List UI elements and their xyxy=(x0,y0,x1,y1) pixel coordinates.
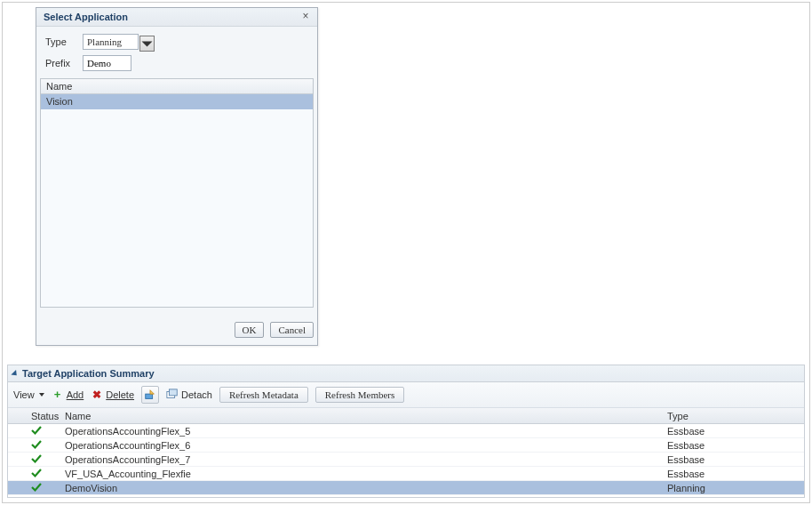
summary-title: Target Application Summary xyxy=(22,368,155,379)
status-cell xyxy=(8,482,61,494)
detach-button[interactable]: Detach xyxy=(166,389,212,401)
table-row[interactable]: OperationsAccountingFlex_5Essbase xyxy=(8,424,804,438)
checkmark-icon xyxy=(31,468,42,478)
name-cell: OperationsAccountingFlex_6 xyxy=(61,440,664,451)
status-cell xyxy=(8,439,61,452)
checkmark-icon xyxy=(31,453,42,464)
prefix-input[interactable] xyxy=(83,55,131,71)
refresh-metadata-button[interactable]: Refresh Metadata xyxy=(219,387,308,403)
checkmark-icon xyxy=(31,439,42,450)
summary-content: Status Name Type OperationsAccountingFle… xyxy=(8,408,804,497)
status-cell xyxy=(8,468,61,480)
list-header-name: Name xyxy=(41,79,313,94)
refresh-members-button[interactable]: Refresh Members xyxy=(315,387,405,403)
col-header-name[interactable]: Name xyxy=(61,411,664,421)
edit-icon xyxy=(144,389,156,401)
summary-toolbar: View + Add ✖ Delete Detach Refresh Metad… xyxy=(8,382,804,408)
ok-button[interactable]: OK xyxy=(235,322,265,338)
disclosure-icon[interactable] xyxy=(11,369,19,377)
table-row[interactable]: VF_USA_Accounting_FlexfieEssbase xyxy=(8,467,804,481)
delete-icon: ✖ xyxy=(91,389,103,401)
type-cell: Essbase xyxy=(664,440,804,451)
svg-rect-2 xyxy=(170,389,178,396)
dialog-title: Select Application xyxy=(44,12,128,22)
cancel-button[interactable]: Cancel xyxy=(270,322,314,338)
status-cell xyxy=(8,453,61,466)
edit-button[interactable] xyxy=(141,386,159,404)
delete-button[interactable]: ✖ Delete xyxy=(91,389,134,401)
dropdown-button[interactable] xyxy=(139,36,155,52)
dialog-body: Type Planning Prefix Name Vision xyxy=(36,27,317,322)
type-row: Type Planning xyxy=(45,36,308,48)
type-cell: Planning xyxy=(664,483,804,493)
type-cell: Essbase xyxy=(664,469,804,479)
svg-rect-0 xyxy=(146,394,153,398)
list-item[interactable]: Vision xyxy=(41,94,313,109)
summary-header: Target Application Summary xyxy=(8,365,804,382)
select-application-dialog: Select Application × Type Planning Prefi… xyxy=(36,7,318,346)
checkmark-icon xyxy=(31,482,42,493)
table-body: OperationsAccountingFlex_5EssbaseOperati… xyxy=(8,424,804,497)
type-cell: Essbase xyxy=(664,426,804,437)
prefix-row: Prefix xyxy=(45,55,308,71)
table-row[interactable]: OperationsAccountingFlex_6Essbase xyxy=(8,438,804,453)
view-label: View xyxy=(13,389,35,400)
delete-label: Delete xyxy=(106,389,134,400)
name-cell: OperationsAccountingFlex_7 xyxy=(61,454,664,465)
detach-label: Detach xyxy=(181,389,212,400)
table-header-row: Status Name Type xyxy=(8,408,804,424)
chevron-down-icon xyxy=(39,393,44,397)
chevron-down-icon xyxy=(140,37,154,51)
type-select[interactable]: Planning xyxy=(83,34,139,50)
dialog-header: Select Application × xyxy=(36,8,317,27)
col-header-status[interactable]: Status xyxy=(8,411,61,421)
table-row[interactable]: OperationsAccountingFlex_7Essbase xyxy=(8,453,804,467)
view-menu[interactable]: View xyxy=(13,389,44,400)
checkmark-icon xyxy=(31,425,42,436)
target-application-summary-panel: Target Application Summary View + Add ✖ … xyxy=(7,365,805,498)
dialog-footer: OK Cancel xyxy=(36,322,317,345)
table-row[interactable]: DemoVisionPlanning xyxy=(8,481,804,495)
col-header-type[interactable]: Type xyxy=(664,411,804,421)
close-icon[interactable]: × xyxy=(299,11,312,23)
add-button[interactable]: + Add xyxy=(52,389,84,401)
application-list: Name Vision xyxy=(40,78,314,308)
name-cell: DemoVision xyxy=(61,483,664,493)
detach-icon xyxy=(166,389,179,401)
type-label: Type xyxy=(45,36,83,47)
type-cell: Essbase xyxy=(664,454,804,465)
name-cell: VF_USA_Accounting_Flexfie xyxy=(61,469,664,479)
status-cell xyxy=(8,425,61,437)
name-cell: OperationsAccountingFlex_5 xyxy=(61,426,664,437)
plus-icon: + xyxy=(52,389,64,401)
prefix-label: Prefix xyxy=(45,58,83,68)
add-label: Add xyxy=(67,389,84,400)
